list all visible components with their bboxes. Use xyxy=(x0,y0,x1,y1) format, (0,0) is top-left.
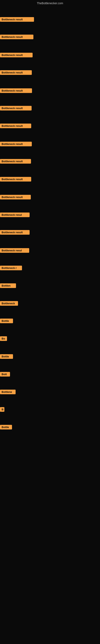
bottleneck-badge-3[interactable]: Bottleneck result xyxy=(0,53,33,58)
bottleneck-label-20: Bottle xyxy=(0,354,13,359)
bottleneck-badge-23[interactable]: B xyxy=(0,407,4,412)
bottleneck-badge-17[interactable]: Bottleneck xyxy=(0,301,18,306)
bottleneck-label-21: Bott xyxy=(0,372,10,376)
bottleneck-label-22: Bottlene xyxy=(0,390,16,394)
bottleneck-label-5: Bottleneck result xyxy=(0,88,32,93)
bottleneck-badge-2[interactable]: Bottleneck result xyxy=(0,34,33,40)
site-title: TheBottlenecker.com xyxy=(0,0,100,6)
bottleneck-badge-11[interactable]: Bottleneck result xyxy=(0,195,31,200)
bottleneck-badge-19[interactable]: Bo xyxy=(0,336,7,342)
bottleneck-badge-16[interactable]: Bottlen xyxy=(0,283,16,289)
bottleneck-label-23: B xyxy=(0,407,4,412)
bottleneck-badge-5[interactable]: Bottleneck result xyxy=(0,88,32,94)
bottleneck-badge-20[interactable]: Bottle xyxy=(0,354,13,360)
bottleneck-badge-12[interactable]: Bottleneck resul xyxy=(0,212,30,218)
bottleneck-badge-10[interactable]: Bottleneck result xyxy=(0,177,31,182)
bottleneck-badge-9[interactable]: Bottleneck result xyxy=(0,159,31,164)
bottleneck-label-9: Bottleneck result xyxy=(0,159,31,164)
bottleneck-badge-8[interactable]: Bottleneck result xyxy=(0,142,32,147)
bottleneck-badge-14[interactable]: Bottleneck resul xyxy=(0,248,29,254)
bottleneck-label-10: Bottleneck result xyxy=(0,177,31,182)
bottleneck-badge-4[interactable]: Bottleneck result xyxy=(0,70,32,76)
bottleneck-label-16: Bottlen xyxy=(0,283,16,288)
bottleneck-badge-6[interactable]: Bottleneck result xyxy=(0,106,32,111)
bottleneck-label-14: Bottleneck resul xyxy=(0,248,29,253)
bottleneck-badge-7[interactable]: Bottleneck result xyxy=(0,124,31,129)
bottleneck-label-19: Bo xyxy=(0,336,7,341)
bottleneck-label-11: Bottleneck result xyxy=(0,195,31,200)
bottleneck-label-3: Bottleneck result xyxy=(0,53,33,57)
bottleneck-label-15: Bottleneck r xyxy=(0,266,22,270)
bottleneck-label-12: Bottleneck resul xyxy=(0,212,30,217)
bottleneck-label-18: Bottle xyxy=(0,318,13,323)
bottleneck-badge-1[interactable]: Bottleneck result xyxy=(0,17,34,22)
bottleneck-label-13: Bottleneck result xyxy=(0,230,30,235)
bottleneck-badge-13[interactable]: Bottleneck result xyxy=(0,230,30,236)
bottleneck-label-17: Bottleneck xyxy=(0,301,18,306)
bottleneck-label-1: Bottleneck result xyxy=(0,17,34,22)
bottleneck-label-4: Bottleneck result xyxy=(0,70,32,75)
bottleneck-badge-18[interactable]: Bottle xyxy=(0,318,13,324)
bottleneck-label-7: Bottleneck result xyxy=(0,124,31,128)
bottleneck-badge-24[interactable]: Bottle xyxy=(0,425,12,430)
bottleneck-badge-21[interactable]: Bott xyxy=(0,372,10,377)
bottleneck-label-6: Bottleneck result xyxy=(0,106,32,110)
bottleneck-badge-15[interactable]: Bottleneck r xyxy=(0,266,22,271)
bottleneck-label-8: Bottleneck result xyxy=(0,142,32,146)
bottleneck-badge-22[interactable]: Bottlene xyxy=(0,390,16,395)
bottleneck-label-2: Bottleneck result xyxy=(0,34,33,39)
bottleneck-label-24: Bottle xyxy=(0,425,12,430)
